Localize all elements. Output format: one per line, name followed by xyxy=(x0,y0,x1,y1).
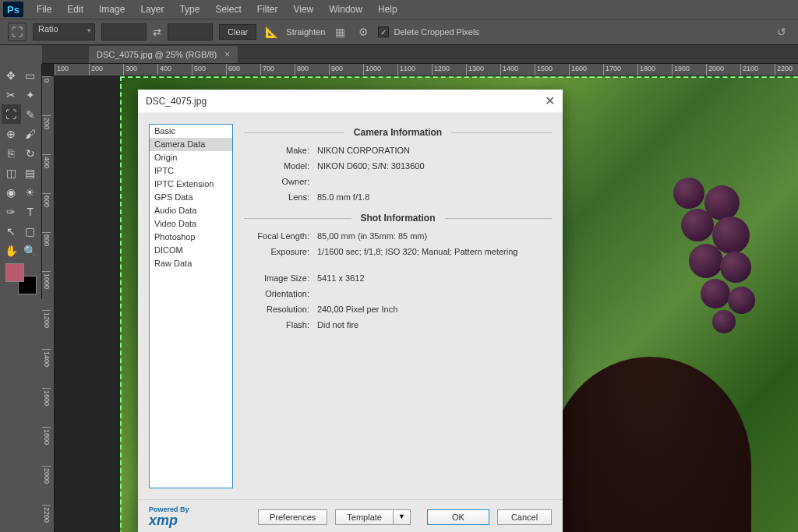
dialog-footer: Powered By xmp Preferences Template▼ OK … xyxy=(138,499,563,532)
brush-tool[interactable]: 🖌 xyxy=(21,124,41,143)
ruler-tick: 1600 xyxy=(569,64,603,76)
wand-tool[interactable]: ✦ xyxy=(21,85,41,104)
lens-value: 85.0 mm f/1.8 xyxy=(317,192,552,202)
reset-icon[interactable]: ↺ xyxy=(773,23,790,41)
marquee-tool[interactable]: ▭ xyxy=(21,65,41,85)
category-item[interactable]: Basic xyxy=(150,125,232,138)
ratio-dropdown[interactable]: Ratio xyxy=(33,23,95,41)
preferences-button[interactable]: Preferences xyxy=(258,509,327,525)
category-item[interactable]: DICOM xyxy=(150,244,232,257)
straighten-label: Straighten xyxy=(286,27,325,37)
ruler-tick: 1000 xyxy=(363,64,397,76)
menu-type[interactable]: Type xyxy=(172,2,207,17)
ruler-tick: 600 xyxy=(226,64,260,76)
exposure-label: Exposure: xyxy=(244,247,317,256)
section-camera-info: Camera Information xyxy=(244,127,552,138)
template-dropdown[interactable]: Template▼ xyxy=(335,509,411,525)
ruler-tick: 1900 xyxy=(672,64,706,76)
category-item[interactable]: GPS Data xyxy=(150,191,232,204)
category-item[interactable]: Photoshop xyxy=(150,231,232,244)
gear-icon[interactable]: ⚙ xyxy=(355,23,372,41)
dialog-titlebar: DSC_4075.jpg ✕ xyxy=(138,90,563,113)
zoom-tool[interactable]: 🔍 xyxy=(21,241,41,260)
swap-icon[interactable]: ⇄ xyxy=(153,26,161,38)
menu-image[interactable]: Image xyxy=(92,2,132,17)
category-item[interactable]: Audio Data xyxy=(150,204,232,217)
lens-label: Lens: xyxy=(244,192,317,202)
ruler-tick: 1400 xyxy=(500,64,535,76)
blur-tool[interactable]: ◉ xyxy=(2,182,21,202)
category-item[interactable]: Origin xyxy=(150,151,232,164)
menu-window[interactable]: Window xyxy=(322,2,369,17)
imagesize-value: 5411 x 3612 xyxy=(317,273,552,283)
hand-tool[interactable]: ✋ xyxy=(2,241,21,260)
clear-button[interactable]: Clear xyxy=(219,24,256,40)
category-item[interactable]: IPTC xyxy=(150,164,232,178)
resolution-label: Resolution: xyxy=(244,305,317,314)
ruler-tick: 100 xyxy=(55,64,89,76)
ruler-tick: 400 xyxy=(157,64,192,76)
ruler-tick: 1400 xyxy=(42,349,51,388)
toolbox: ✥▭ ✂✦ ⛶✎ ⊕🖌 ⎘↻ ◫▤ ◉☀ ✑T ↖▢ ✋🔍 xyxy=(0,64,42,299)
history-brush-tool[interactable]: ↻ xyxy=(21,143,41,163)
close-icon[interactable]: × xyxy=(224,49,230,60)
heal-tool[interactable]: ⊕ xyxy=(2,124,21,143)
flash-value: Did not fire xyxy=(317,320,552,329)
ruler-tick: 1600 xyxy=(42,388,51,427)
menu-layer[interactable]: Layer xyxy=(133,2,171,17)
ruler-tick: 400 xyxy=(42,154,51,193)
cancel-button[interactable]: Cancel xyxy=(497,509,552,525)
owner-label: Owner: xyxy=(244,177,317,186)
menu-filter[interactable]: Filter xyxy=(250,2,285,17)
menu-help[interactable]: Help xyxy=(371,2,404,17)
flash-label: Flash: xyxy=(244,320,317,329)
ruler-tick: 2200 xyxy=(42,505,51,532)
straighten-icon[interactable]: 📐 xyxy=(263,23,280,41)
ok-button[interactable]: OK xyxy=(427,509,489,525)
grid-icon[interactable]: ▦ xyxy=(331,23,348,41)
info-pane: Camera Information Make:NIKON CORPORATIO… xyxy=(244,124,552,488)
crop-tool[interactable]: ⛶ xyxy=(2,104,21,124)
ruler-tick: 800 xyxy=(295,64,329,76)
tab-bar: DSC_4075.jpg @ 25% (RGB/8) × xyxy=(42,45,798,64)
orientation-value xyxy=(317,289,552,298)
stamp-tool[interactable]: ⎘ xyxy=(2,143,21,163)
shape-tool[interactable]: ▢ xyxy=(21,221,41,241)
category-item[interactable]: Camera Data xyxy=(150,138,232,151)
vertical-ruler: 0200400600800100012001400160018002000220… xyxy=(42,76,55,532)
make-label: Make: xyxy=(244,146,317,155)
crop-tool-icon[interactable]: ⛶ xyxy=(8,23,26,41)
ruler-tick: 1500 xyxy=(535,64,569,76)
menu-file[interactable]: File xyxy=(30,2,58,17)
eyedropper-tool[interactable]: ✎ xyxy=(21,104,41,124)
dialog-title-text: DSC_4075.jpg xyxy=(146,96,207,107)
model-label: Model: xyxy=(244,161,317,171)
eraser-tool[interactable]: ◫ xyxy=(2,163,21,182)
delete-cropped-label: Delete Cropped Pixels xyxy=(394,27,478,37)
menu-edit[interactable]: Edit xyxy=(60,2,90,17)
foreground-color[interactable] xyxy=(5,263,24,282)
ratio-width-input[interactable] xyxy=(101,23,147,41)
gradient-tool[interactable]: ▤ xyxy=(21,163,41,182)
dodge-tool[interactable]: ☀ xyxy=(21,182,41,202)
ratio-height-input[interactable] xyxy=(168,23,213,41)
ruler-tick: 2000 xyxy=(706,64,740,76)
document-tab[interactable]: DSC_4075.jpg @ 25% (RGB/8) × xyxy=(89,46,238,63)
move-tool[interactable]: ✥ xyxy=(2,65,21,85)
category-item[interactable]: Raw Data xyxy=(150,257,232,270)
resolution-value: 240,00 Pixel per Inch xyxy=(317,305,552,314)
path-tool[interactable]: ↖ xyxy=(2,221,21,241)
category-item[interactable]: IPTC Extension xyxy=(150,178,232,191)
menu-select[interactable]: Select xyxy=(208,2,248,17)
dialog-close-button[interactable]: ✕ xyxy=(545,93,555,108)
menu-view[interactable]: View xyxy=(286,2,320,17)
type-tool[interactable]: T xyxy=(21,202,41,221)
imagesize-label: Image Size: xyxy=(244,273,317,283)
ruler-tick: 1100 xyxy=(397,64,432,76)
color-swatches[interactable] xyxy=(5,263,37,294)
pen-tool[interactable]: ✑ xyxy=(2,202,21,221)
ruler-tick: 200 xyxy=(89,64,123,76)
delete-cropped-checkbox[interactable]: ✓ Delete Cropped Pixels xyxy=(378,26,478,37)
category-item[interactable]: Video Data xyxy=(150,217,232,231)
lasso-tool[interactable]: ✂ xyxy=(2,85,21,104)
